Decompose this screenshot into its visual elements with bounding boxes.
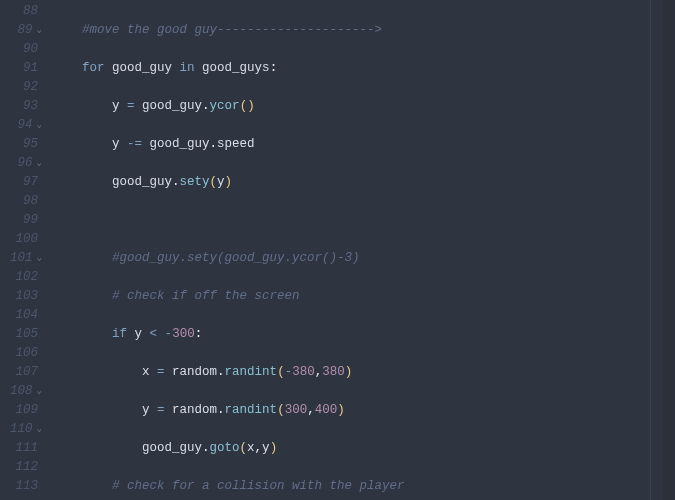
fold-marker-icon[interactable]: ⌄: [37, 420, 42, 439]
code-line[interactable]: good_guy.sety(y): [52, 173, 675, 192]
code-line[interactable]: #move the good guy--------------------->: [52, 21, 675, 40]
code-line[interactable]: x = random.randint(-380,380): [52, 363, 675, 382]
line-number: 101⌄: [0, 249, 42, 268]
vertical-scrollbar[interactable]: [663, 0, 675, 500]
line-number: 106: [0, 344, 42, 363]
code-line[interactable]: #good_guy.sety(good_guy.ycor()-3): [52, 249, 675, 268]
code-editor[interactable]: 88 89⌄ 90 91 92 93 94⌄ 95 96⌄ 97 98 99 1…: [0, 0, 675, 500]
line-number-gutter: 88 89⌄ 90 91 92 93 94⌄ 95 96⌄ 97 98 99 1…: [0, 0, 52, 500]
line-number: 107: [0, 363, 42, 382]
line-number: 100: [0, 230, 42, 249]
code-line[interactable]: y -= good_guy.speed: [52, 135, 675, 154]
code-line[interactable]: y = random.randint(300,400): [52, 401, 675, 420]
line-number: 98: [0, 192, 42, 211]
line-number: 97: [0, 173, 42, 192]
code-area[interactable]: #move the good guy--------------------->…: [52, 0, 675, 500]
code-line[interactable]: [52, 211, 675, 230]
line-number: 113: [0, 477, 42, 496]
fold-marker-icon[interactable]: ⌄: [37, 21, 42, 40]
code-line[interactable]: y = good_guy.ycor(): [52, 97, 675, 116]
line-number: 99: [0, 211, 42, 230]
line-number: 111: [0, 439, 42, 458]
line-number: 94⌄: [0, 116, 42, 135]
fold-marker-icon[interactable]: ⌄: [37, 116, 42, 135]
code-line[interactable]: if y < -300:: [52, 325, 675, 344]
line-number: 103: [0, 287, 42, 306]
line-number: 112: [0, 458, 42, 477]
line-number: 88: [0, 2, 42, 21]
ruler-line: [650, 0, 651, 500]
line-number: 91: [0, 59, 42, 78]
line-number: 92: [0, 78, 42, 97]
line-number: 95: [0, 135, 42, 154]
line-number: 90: [0, 40, 42, 59]
fold-marker-icon[interactable]: ⌄: [37, 154, 42, 173]
line-number: 102: [0, 268, 42, 287]
line-number: 110⌄: [0, 420, 42, 439]
line-number: 109: [0, 401, 42, 420]
fold-marker-icon[interactable]: ⌄: [37, 249, 42, 268]
code-line[interactable]: for good_guy in good_guys:: [52, 59, 675, 78]
line-number: 105: [0, 325, 42, 344]
line-number: 89⌄: [0, 21, 42, 40]
line-number: 93: [0, 97, 42, 116]
code-line[interactable]: # check if off the screen: [52, 287, 675, 306]
fold-marker-icon[interactable]: ⌄: [37, 382, 42, 401]
code-line[interactable]: good_guy.goto(x,y): [52, 439, 675, 458]
line-number: 108⌄: [0, 382, 42, 401]
line-number: 96⌄: [0, 154, 42, 173]
line-number: 104: [0, 306, 42, 325]
code-line[interactable]: # check for a collision with the player: [52, 477, 675, 496]
